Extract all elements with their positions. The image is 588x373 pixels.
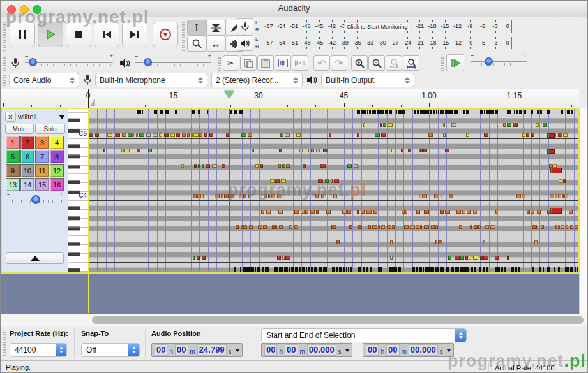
midi-channel-button-6[interactable]: 6 <box>20 150 34 163</box>
input-volume-slider[interactable]: –+ <box>25 57 113 68</box>
recording-channels-select[interactable]: 2 (Stereo) Recor... <box>211 73 303 87</box>
silence-audio-button[interactable] <box>292 55 308 71</box>
audio-position-field[interactable]: 00h00m24.799s <box>151 343 243 357</box>
copy-button[interactable] <box>240 55 257 71</box>
time-segment[interactable]: 00 <box>175 344 188 356</box>
time-segment[interactable]: m <box>190 348 195 356</box>
midi-channel-button-15[interactable]: 15 <box>35 178 49 191</box>
time-segment[interactable]: 00 <box>386 344 399 356</box>
time-segment[interactable]: 24.799 <box>197 344 227 356</box>
envelope-tool-button[interactable] <box>206 20 225 36</box>
midi-channel-button-10[interactable]: 10 <box>20 164 34 177</box>
solo-button[interactable]: Solo <box>35 124 65 134</box>
recording-meter[interactable]: L R -57-54-51-48-45-42-39-36-33-30-27-24… <box>234 18 536 35</box>
midi-channel-button-2[interactable]: 2 <box>20 136 34 149</box>
skip-to-start-button[interactable] <box>94 22 119 47</box>
time-segment[interactable]: 00 <box>264 344 277 356</box>
time-segment[interactable]: h <box>279 348 283 356</box>
redo-button[interactable]: ↷ <box>331 55 347 71</box>
mixer-toolbar-grip[interactable] <box>3 56 6 71</box>
midi-channel-button-12[interactable]: 12 <box>50 164 64 177</box>
cut-button[interactable]: ✂ <box>223 55 239 71</box>
time-format-menu-icon[interactable] <box>345 349 350 352</box>
midi-channel-button-1[interactable]: 1 <box>6 136 20 149</box>
snap-to-select[interactable]: Off <box>81 343 140 357</box>
timeline-ruler[interactable]: 01530451:001:15 <box>1 89 579 108</box>
tools-toolbar-grip[interactable] <box>182 20 185 51</box>
device-toolbar-grip[interactable] <box>3 73 6 87</box>
project-rate-select[interactable]: 44100 <box>10 343 67 357</box>
zoom-in-button[interactable] <box>351 55 368 71</box>
midi-channel-button-14[interactable]: 14 <box>20 178 34 191</box>
time-segment[interactable]: m <box>402 348 407 356</box>
timeshift-tool-button[interactable]: ↔ <box>206 36 225 52</box>
selection-start-field[interactable]: 00h00m00.000s <box>261 343 352 357</box>
playback-device-select[interactable]: Built-in Output <box>321 73 414 87</box>
horizontal-scrollbar-thumb[interactable] <box>92 316 584 324</box>
time-segment[interactable]: h <box>381 348 384 356</box>
midi-channel-button-3[interactable]: 3 <box>35 136 49 149</box>
midi-channel-button-11[interactable]: 11 <box>35 164 49 177</box>
selection-toolbar-grip[interactable] <box>3 330 6 357</box>
skip-to-end-button[interactable] <box>122 22 147 47</box>
edit-toolbar-grip[interactable] <box>218 56 221 71</box>
time-segment[interactable]: s <box>440 348 443 356</box>
output-volume-slider[interactable]: –+ <box>135 57 211 68</box>
collapse-track-button[interactable] <box>6 252 64 264</box>
midi-channel-button-7[interactable]: 7 <box>35 150 49 163</box>
time-segment[interactable]: 00 <box>366 344 379 356</box>
stop-button[interactable] <box>66 22 91 47</box>
play-at-speed-button[interactable] <box>446 54 464 71</box>
play-button[interactable] <box>38 22 63 47</box>
undo-button[interactable]: ↶ <box>313 55 330 71</box>
velocity-slider[interactable]: - + <box>7 193 63 205</box>
midi-channel-button-4[interactable]: 4 <box>50 136 64 149</box>
playback-speed-thumb[interactable] <box>485 57 493 66</box>
midi-channel-button-16[interactable]: 16 <box>50 178 64 191</box>
audio-host-select[interactable]: Core Audio <box>9 73 79 87</box>
time-segment[interactable]: 00.000 <box>307 344 336 356</box>
zoom-out-button[interactable] <box>368 55 385 71</box>
time-segment[interactable]: s <box>338 348 342 356</box>
fit-selection-button[interactable] <box>386 55 402 71</box>
play-meter-button[interactable] <box>237 35 253 51</box>
pause-button[interactable] <box>10 22 35 47</box>
zoom-tool-button[interactable] <box>187 36 206 52</box>
horizontal-scrollbar[interactable] <box>1 314 588 326</box>
playback-meter[interactable]: L R -57-54-51-48-45-42-39-36-33-30-27-24… <box>234 35 536 52</box>
paste-button[interactable] <box>257 55 274 71</box>
close-track-button[interactable]: ✕ <box>5 112 16 122</box>
time-format-menu-icon[interactable] <box>235 349 240 352</box>
output-volume-thumb[interactable] <box>144 58 152 66</box>
midi-channel-button-5[interactable]: 5 <box>6 150 20 163</box>
playback-speed-slider[interactable]: –+ <box>471 57 527 67</box>
time-segment[interactable]: 00 <box>285 344 298 356</box>
track-name-row[interactable]: willtell <box>18 112 65 122</box>
vertical-scrollbar[interactable] <box>579 108 588 314</box>
monitoring-overlay[interactable]: Click to Start Monitoring <box>344 22 411 31</box>
midi-channel-button-9[interactable]: 9 <box>6 164 20 177</box>
selection-mode-select[interactable]: Start and End of Selection <box>261 328 467 342</box>
transport-toolbar-grip[interactable] <box>3 20 6 51</box>
time-segment[interactable]: m <box>300 348 305 356</box>
transcription-toolbar-grip[interactable] <box>441 56 444 71</box>
midi-channel-button-8[interactable]: 8 <box>50 150 64 163</box>
trim-audio-button[interactable] <box>275 55 291 71</box>
track-menu-icon[interactable] <box>59 115 65 119</box>
playhead-marker[interactable] <box>224 91 234 98</box>
note-canvas[interactable]: programy.net.pl <box>89 109 578 272</box>
time-format-menu-icon[interactable] <box>446 349 451 352</box>
record-meter-button[interactable] <box>237 18 253 34</box>
empty-track-area[interactable] <box>1 274 588 314</box>
recording-device-select[interactable]: Built-in Microphone <box>95 73 207 87</box>
midi-channel-button-13[interactable]: 13 <box>6 178 20 191</box>
input-volume-thumb[interactable] <box>29 58 37 66</box>
time-segment[interactable]: s <box>229 348 232 356</box>
selection-tool-button[interactable]: I <box>187 20 206 36</box>
time-segment[interactable]: h <box>169 348 173 356</box>
velocity-thumb[interactable] <box>31 195 40 204</box>
time-segment[interactable]: 00 <box>155 344 167 356</box>
fit-project-button[interactable] <box>403 55 419 71</box>
mute-button[interactable]: Mute <box>5 124 34 134</box>
selection-end-field[interactable]: 00h00m00.000s <box>363 343 454 357</box>
